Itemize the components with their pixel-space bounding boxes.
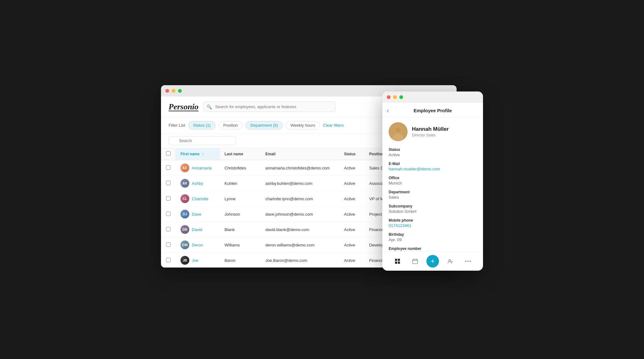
filter-chip-weekly[interactable]: Weekly hours [286, 121, 320, 130]
row-checkbox-cell [161, 237, 175, 253]
row-email-cell: annamaria.christofides@demo.com [260, 160, 339, 176]
row-status-cell: Active [339, 253, 364, 268]
profile-avatar [389, 122, 408, 141]
maximize-button[interactable] [178, 89, 182, 93]
row-lastname-cell: Blank [219, 222, 260, 237]
svg-point-14 [467, 261, 469, 262]
profile-field-label: Status [389, 147, 477, 152]
row-firstname-cell: AC Annamaria [175, 160, 219, 176]
employee-name-link[interactable]: DJ Dave [180, 210, 214, 218]
row-checkbox[interactable] [166, 242, 170, 247]
profile-fields: Status Active E-Mail hannah.mueller@demo… [389, 147, 477, 251]
row-checkbox[interactable] [166, 196, 170, 201]
employee-name-link[interactable]: CL Charlotte [180, 194, 214, 203]
avatar: DW [180, 240, 189, 249]
svg-rect-9 [395, 262, 397, 264]
filter-chip-position[interactable]: Position [219, 121, 242, 130]
row-lastname-cell: Baron [219, 253, 260, 268]
row-lastname-cell: Williams [219, 237, 260, 253]
profile-field-value[interactable]: 0174123461 [389, 223, 477, 228]
profile-field: E-Mail hannah.mueller@demo.com [389, 162, 477, 171]
profile-grid-button[interactable] [391, 255, 404, 268]
avatar: JB [180, 256, 189, 265]
profile-contacts-button[interactable] [444, 255, 457, 268]
row-status-cell: Active [339, 207, 364, 222]
row-firstname-cell: CL Charlotte [175, 191, 219, 207]
row-checkbox-cell [161, 191, 175, 207]
employee-name-link[interactable]: AC Annamaria [180, 163, 214, 172]
clear-filters-button[interactable]: Clear filters [323, 123, 344, 128]
employee-firstname[interactable]: Dave [192, 212, 201, 217]
employee-name-link[interactable]: AK Ashby [180, 179, 214, 188]
profile-field: Mobile phone 0174123461 [389, 218, 477, 228]
profile-field-value[interactable]: hannah.mueller@demo.com [389, 167, 477, 171]
logo: Personio [169, 102, 198, 111]
global-search-input[interactable] [203, 102, 336, 112]
back-button[interactable]: ‹ [387, 107, 389, 113]
profile-field-value: Active [389, 152, 477, 157]
row-firstname-cell: DW Deron [175, 237, 219, 253]
employee-firstname[interactable]: Deron [192, 243, 203, 247]
col-header-status[interactable]: Status [339, 148, 364, 160]
logo-text: Personio [169, 102, 198, 112]
svg-rect-10 [398, 262, 400, 264]
employee-firstname[interactable]: Charlotte [192, 196, 208, 201]
col-header-email[interactable]: Email [260, 148, 339, 160]
svg-rect-7 [395, 259, 397, 261]
row-email-cell: david.blank@demo.com [260, 222, 339, 237]
row-email-cell: charlotte.lynn@demo.com [260, 191, 339, 207]
employee-firstname[interactable]: Annamaria [192, 166, 212, 170]
select-all-checkbox[interactable] [166, 151, 170, 156]
filter-chip-status[interactable]: Status (1) [188, 121, 215, 130]
profile-field: Birthday Apr. 09 [389, 232, 477, 242]
table-search-input[interactable] [169, 136, 236, 145]
profile-more-button[interactable] [462, 255, 474, 268]
profile-minimize-button[interactable] [393, 95, 397, 99]
profile-role: Director Sales [412, 133, 449, 137]
row-status-cell: Active [339, 160, 364, 176]
row-checkbox-cell [161, 253, 175, 268]
profile-field-value: Apr. 09 [389, 237, 477, 242]
profile-field-label: Subcompany [389, 204, 477, 208]
svg-point-12 [449, 259, 451, 261]
avatar: AK [180, 179, 189, 188]
svg-point-6 [395, 127, 401, 133]
row-checkbox[interactable] [166, 165, 170, 170]
col-header-lastname[interactable]: Last name [219, 148, 260, 160]
minimize-button[interactable] [172, 89, 175, 93]
profile-footer: + [382, 251, 483, 271]
close-button[interactable] [165, 89, 169, 93]
svg-rect-8 [398, 259, 400, 261]
row-checkbox-cell [161, 176, 175, 191]
row-lastname-cell: Christofides [219, 160, 260, 176]
row-checkbox[interactable] [166, 258, 170, 262]
sort-arrow-firstname: ↑ [202, 152, 204, 156]
employee-name-link[interactable]: DW Deron [180, 240, 214, 249]
profile-close-button[interactable] [387, 95, 391, 99]
profile-calendar-button[interactable] [409, 255, 421, 268]
row-checkbox[interactable] [166, 227, 170, 231]
profile-field: Employee number 456 [389, 246, 477, 251]
employee-firstname[interactable]: Joe [192, 258, 198, 263]
row-email-cell: Joe.Baron@demo.com [260, 253, 339, 268]
profile-info: Hannah Müller Director Sales [412, 126, 449, 137]
profile-field-label: E-Mail [389, 162, 477, 166]
row-email-cell: dave.johnson@demo.com [260, 207, 339, 222]
employee-name-link[interactable]: DB David [180, 225, 214, 234]
profile-header: ‹ Employee Profile [382, 103, 483, 117]
profile-add-button[interactable]: + [426, 255, 439, 268]
profile-name: Hannah Müller [412, 126, 449, 132]
profile-body: Hannah Müller Director Sales Status Acti… [382, 117, 483, 251]
employee-firstname[interactable]: Ashby [192, 181, 203, 186]
profile-field-label: Employee number [389, 246, 477, 251]
employee-firstname[interactable]: David [192, 227, 202, 232]
avatar: DB [180, 225, 189, 234]
row-status-cell: Active [339, 237, 364, 253]
row-checkbox[interactable] [166, 181, 170, 185]
row-checkbox[interactable] [166, 212, 170, 216]
filter-chip-department[interactable]: Department (5) [246, 121, 282, 130]
profile-maximize-button[interactable] [399, 95, 403, 99]
col-header-firstname[interactable]: First name ↑ [175, 148, 219, 160]
row-firstname-cell: DJ Dave [175, 207, 219, 222]
employee-name-link[interactable]: JB Joe [180, 256, 214, 265]
